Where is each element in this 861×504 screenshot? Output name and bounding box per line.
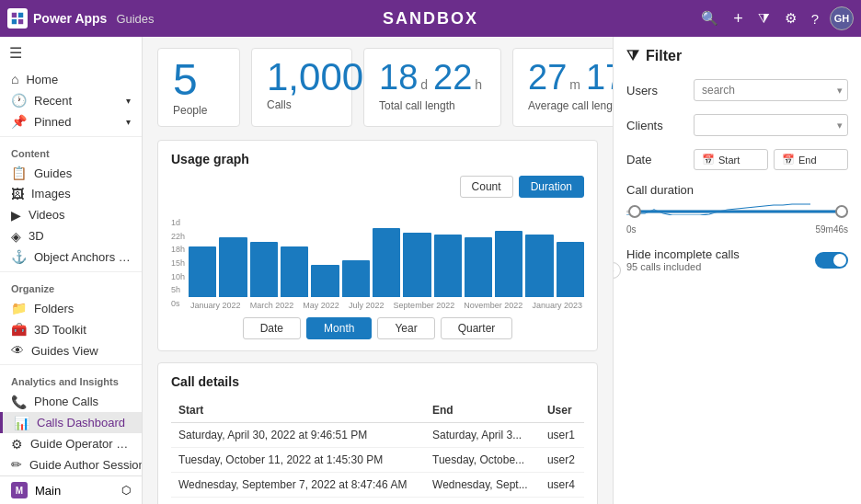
- sidebar-item-3d[interactable]: ◈ 3D: [0, 225, 142, 246]
- x-label: May 2022: [303, 301, 339, 310]
- period-month-btn[interactable]: Month: [306, 317, 372, 339]
- period-quarter-btn[interactable]: Quarter: [441, 317, 513, 339]
- help-icon[interactable]: ?: [808, 9, 822, 29]
- sidebar-item-videos[interactable]: ▶ Videos: [0, 204, 142, 225]
- table-cell-user: user2: [540, 448, 584, 473]
- view-icon: 👁: [11, 343, 24, 358]
- slider-thumb-right[interactable]: [835, 205, 848, 218]
- call-details-title: Call details: [171, 374, 584, 389]
- guides-label: Guides: [116, 12, 154, 26]
- table-cell-end: Thursday, Januar...: [425, 498, 540, 505]
- slider-min-value: 0s: [626, 224, 637, 235]
- y-label: 22h: [171, 232, 185, 241]
- chart-bar: [189, 246, 216, 297]
- collapse-arrow[interactable]: ›: [613, 262, 621, 279]
- filter-users-input[interactable]: [694, 79, 848, 101]
- x-label: January 2023: [532, 301, 582, 310]
- topbar-actions: 🔍 + ⧩ ⚙ ? GH: [697, 6, 854, 30]
- period-date-btn[interactable]: Date: [243, 317, 301, 339]
- table-row: Tuesday, October 11, 2022 at 1:45:30 PMT…: [171, 448, 584, 473]
- table-cell-user: user1: [540, 423, 584, 448]
- dashboard-icon: 📊: [14, 416, 29, 430]
- table-cell-start: Wednesday, September 7, 2022 at 8:47:46 …: [171, 473, 425, 498]
- sidebar-item-label: Pinned: [34, 115, 71, 129]
- stat-avg-seconds: 17: [586, 58, 613, 97]
- search-icon[interactable]: 🔍: [697, 8, 722, 29]
- stat-min-unit: m: [569, 77, 580, 92]
- slider-thumb-left[interactable]: [628, 205, 641, 218]
- table-cell-user: user4: [540, 473, 584, 498]
- hide-incomplete-toggle[interactable]: [815, 252, 848, 269]
- author-icon: ✏: [11, 457, 22, 472]
- app-name: Power Apps: [33, 11, 107, 26]
- chart-bar: [342, 260, 370, 297]
- count-btn[interactable]: Count: [460, 176, 513, 198]
- sidebar-item-3d-toolkit[interactable]: 🧰 3D Toolkit: [0, 319, 142, 340]
- duration-btn[interactable]: Duration: [519, 176, 584, 198]
- chart-bar: [311, 265, 339, 297]
- filter-clients-input[interactable]: [694, 114, 848, 136]
- settings-icon[interactable]: ⚙: [781, 8, 800, 29]
- sidebar-item-images[interactable]: 🖼 Images: [0, 183, 142, 204]
- stat-card-calls: 1,000 Calls: [251, 48, 352, 127]
- sidebar-item-label: Guides: [34, 166, 72, 180]
- sidebar-section-organize: Organize: [0, 276, 142, 298]
- sidebar-section-content: Content: [0, 141, 142, 163]
- x-label: September 2022: [394, 301, 455, 310]
- filter-icon[interactable]: ⧩: [754, 8, 774, 29]
- date-start-btn[interactable]: 📅 Start: [694, 149, 768, 170]
- sidebar-item-phone-calls[interactable]: 📞 Phone Calls: [0, 391, 142, 412]
- sidebar-item-object-anchors[interactable]: ⚓ Object Anchors (Prev...: [0, 246, 142, 268]
- sidebar-item-home[interactable]: ⌂ Home: [0, 69, 142, 90]
- add-icon[interactable]: +: [729, 7, 747, 30]
- date-end-btn[interactable]: 📅 End: [774, 149, 848, 170]
- svg-rect-2: [12, 19, 17, 24]
- period-year-btn[interactable]: Year: [377, 317, 434, 339]
- sidebar-item-calls-dashboard[interactable]: 📊 Calls Dashboard: [0, 412, 142, 433]
- 3d-icon: ◈: [11, 229, 21, 244]
- chevron-down-icon: ▾: [126, 117, 131, 127]
- stat-avg-minutes: 27: [528, 58, 567, 97]
- slider-sparkline: [626, 202, 810, 215]
- avatar[interactable]: GH: [830, 6, 854, 30]
- table-cell-start: Thursday, January 5, 2023 at 1:59:16 AM: [171, 498, 425, 505]
- home-icon: ⌂: [11, 72, 18, 86]
- sidebar-item-folders[interactable]: 📁 Folders: [0, 298, 142, 319]
- stat-total-hours: 22: [433, 58, 472, 97]
- recent-icon: 🕐: [11, 93, 27, 108]
- videos-icon: ▶: [11, 208, 21, 223]
- sidebar-item-guides-view[interactable]: 👁 Guides View: [0, 340, 142, 361]
- y-label: 1d: [171, 218, 185, 227]
- sidebar-item-label: Folders: [34, 302, 74, 315]
- main-layout: ☰ ⌂ Home 🕐 Recent ▾ 📌 Pinned ▾ Content 📋…: [0, 37, 861, 504]
- y-label: 5h: [171, 285, 185, 294]
- hamburger-button[interactable]: ☰: [0, 37, 142, 69]
- chart-bar: [373, 228, 400, 297]
- toggle-dot: [833, 254, 846, 267]
- sidebar-item-recent[interactable]: 🕐 Recent ▾: [0, 90, 142, 111]
- stat-people-label: People: [173, 104, 207, 117]
- page-title: SANDBOX: [383, 9, 478, 29]
- stat-total-combined: 18d 22h: [379, 58, 482, 97]
- hide-incomplete-sub: 95 calls included: [626, 261, 815, 272]
- x-label: November 2022: [464, 301, 522, 310]
- app-logo[interactable]: Power Apps: [7, 8, 107, 29]
- stat-hours-unit: h: [475, 77, 482, 92]
- date-buttons: 📅 Start 📅 End: [694, 149, 848, 170]
- chart-period-btns: Date Month Year Quarter: [171, 317, 584, 339]
- table-cell-start: Tuesday, October 11, 2022 at 1:45:30 PM: [171, 448, 425, 473]
- sidebar-item-guides[interactable]: 📋 Guides: [0, 163, 142, 184]
- sidebar-item-pinned[interactable]: 📌 Pinned ▾: [0, 111, 142, 132]
- chart-bar: [219, 237, 247, 297]
- chart-bars: [189, 205, 584, 297]
- stat-avg-label: Average call length: [528, 99, 613, 112]
- stat-total-label: Total call length: [379, 99, 455, 112]
- guides-icon: 📋: [11, 166, 27, 180]
- chart-bar: [465, 237, 492, 297]
- table-row: Saturday, April 30, 2022 at 9:46:51 PMSa…: [171, 423, 584, 448]
- call-duration-section: Call duration 0s 59m46s: [626, 183, 848, 235]
- sidebar-item-guide-author[interactable]: ✏ Guide Author Sessions: [0, 454, 142, 475]
- slider-values: 0s 59m46s: [626, 224, 848, 235]
- sidebar-bottom-env[interactable]: M Main ⬡: [0, 475, 142, 504]
- sidebar-item-guide-operator[interactable]: ⚙ Guide Operator Sessi...: [0, 433, 142, 454]
